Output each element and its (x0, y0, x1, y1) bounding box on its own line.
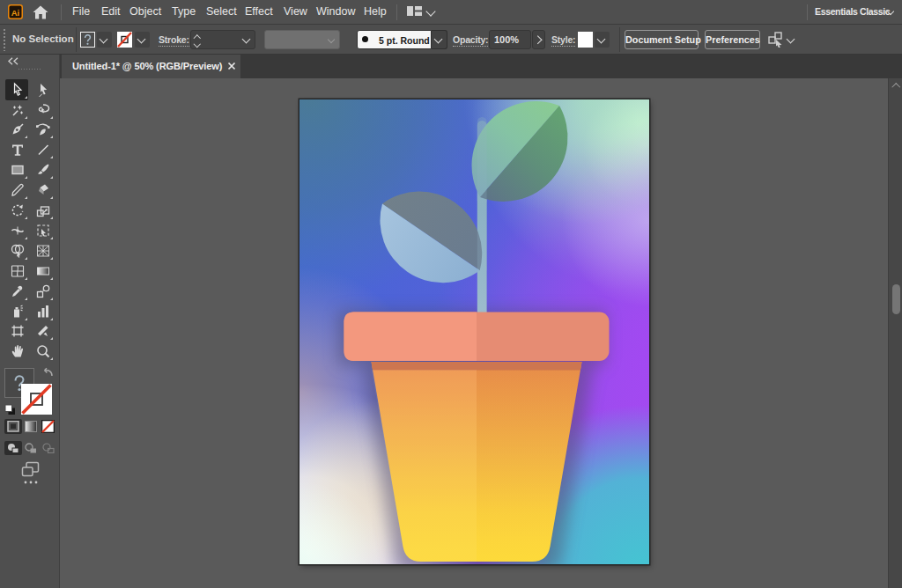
svg-text:Ai: Ai (11, 8, 20, 18)
